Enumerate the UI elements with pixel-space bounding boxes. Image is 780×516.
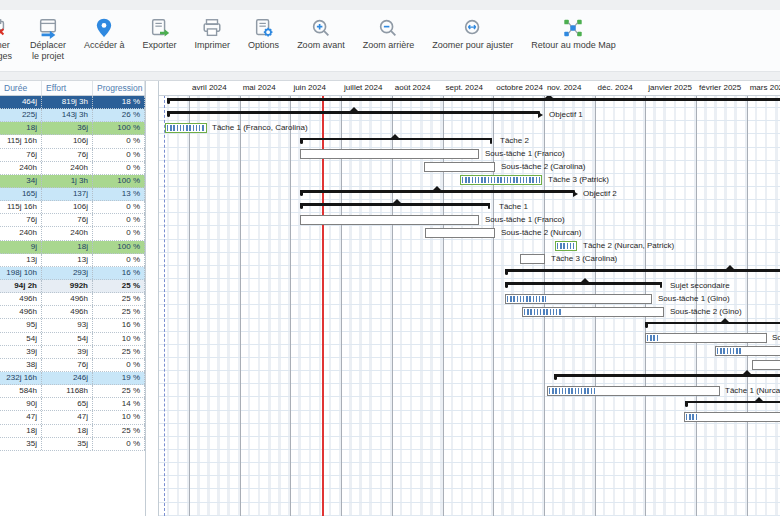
column-header-progression[interactable]: Progression bbox=[93, 81, 145, 95]
effort-cell: 496h bbox=[42, 293, 93, 305]
summary-end-hook bbox=[488, 203, 491, 209]
progress-fill bbox=[717, 348, 742, 354]
effort-cell: 93j bbox=[42, 319, 93, 331]
summary-start-hook bbox=[167, 111, 170, 117]
task-bar-row-10[interactable] bbox=[300, 215, 479, 225]
progression-cell: 16 % bbox=[93, 267, 145, 279]
print-button[interactable]: Imprimer bbox=[186, 16, 240, 51]
zoom-in-button[interactable]: Zoom avant bbox=[288, 16, 354, 51]
progression-cell: 25 % bbox=[93, 280, 145, 292]
duree-cell: 95j bbox=[0, 319, 42, 331]
bar-label-row-17: Sous-tâche 2 (Gino) bbox=[670, 306, 742, 318]
summary-bar-row-24[interactable] bbox=[685, 398, 780, 408]
zoom-fit-button[interactable]: Zoomer pour ajuster bbox=[423, 16, 522, 51]
table-row-8[interactable]: 165j137j13 % bbox=[0, 188, 145, 201]
options-button[interactable]: Options bbox=[239, 16, 288, 51]
table-row-7[interactable]: 34j1j 3h100 % bbox=[0, 175, 145, 188]
duree-cell: 115j 16h bbox=[0, 201, 42, 213]
summary-bar-row-22[interactable] bbox=[554, 372, 780, 382]
table-row-5[interactable]: 76j76j0 % bbox=[0, 149, 145, 162]
table-row-9[interactable]: 115j 16h106j0 % bbox=[0, 201, 145, 214]
task-bar-row-7[interactable] bbox=[460, 175, 542, 185]
duree-cell: 464j bbox=[0, 96, 42, 108]
table-row-26[interactable]: 18j18j25 % bbox=[0, 425, 145, 438]
summary-peak-icon bbox=[350, 107, 358, 111]
summary-bar-row-8[interactable] bbox=[300, 188, 575, 198]
table-row-20[interactable]: 39j39j25 % bbox=[0, 346, 145, 359]
table-row-14[interactable]: 198j 10h293j16 % bbox=[0, 267, 145, 280]
printer-icon bbox=[201, 17, 223, 39]
table-row-25[interactable]: 47j47j10 % bbox=[0, 411, 145, 424]
table-row-1[interactable]: 464j819j 3h18 % bbox=[0, 96, 145, 109]
export-button[interactable]: Exporter bbox=[134, 16, 186, 51]
effort-cell: 39j bbox=[42, 346, 93, 358]
go-to-button[interactable]: Accéder à bbox=[75, 16, 134, 51]
summary-bar-row-4[interactable] bbox=[300, 135, 492, 145]
bar-label-row-15: Sujet secondaire bbox=[670, 280, 730, 292]
table-row-2[interactable]: 225j143j 3h26 % bbox=[0, 109, 145, 122]
month-gridline bbox=[747, 81, 748, 516]
table-row-10[interactable]: 76j76j0 % bbox=[0, 214, 145, 227]
column-header-durée[interactable]: Durée bbox=[0, 81, 42, 95]
task-bar-row-5[interactable] bbox=[300, 149, 479, 159]
zoom-fit-icon bbox=[462, 17, 484, 39]
progress-fill bbox=[167, 125, 205, 131]
task-bar-row-21[interactable] bbox=[752, 360, 780, 370]
back-to-map-button[interactable]: Retour au mode Map bbox=[522, 16, 625, 51]
task-bar-row-17[interactable] bbox=[522, 307, 664, 317]
options-gear-icon bbox=[253, 17, 275, 39]
table-row-13[interactable]: 13j13j0 % bbox=[0, 254, 145, 267]
summary-bar-row-9[interactable] bbox=[300, 201, 490, 211]
task-bar-row-13[interactable] bbox=[520, 254, 545, 264]
table-chart-splitter[interactable] bbox=[146, 81, 159, 516]
duree-cell: 496h bbox=[0, 306, 42, 318]
summary-bar-row-18[interactable] bbox=[645, 319, 780, 329]
duree-cell: 18j bbox=[0, 122, 42, 134]
summary-bar-row-1[interactable] bbox=[167, 96, 780, 106]
table-row-22[interactable]: 232j 16h246j19 % bbox=[0, 372, 145, 385]
table-row-11[interactable]: 240h240h0 % bbox=[0, 227, 145, 240]
summary-bar-row-15[interactable] bbox=[505, 280, 662, 290]
table-row-17[interactable]: 496h496h25 % bbox=[0, 306, 145, 319]
table-row-21[interactable]: 38j76j0 % bbox=[0, 359, 145, 372]
table-row-27[interactable]: 35j35j0 % bbox=[0, 438, 145, 451]
table-row-12[interactable]: 9j18j100 % bbox=[0, 241, 145, 254]
column-header-effort[interactable]: Effort bbox=[42, 81, 93, 95]
table-row-16[interactable]: 496h496h25 % bbox=[0, 293, 145, 306]
summary-bar-row-14[interactable] bbox=[505, 267, 780, 277]
task-bar-row-25[interactable] bbox=[684, 412, 780, 422]
task-bar-row-11[interactable] bbox=[425, 228, 495, 238]
duree-cell: 9j bbox=[0, 241, 42, 253]
bar-label-row-23: Tâche 1 (Nurcan, bbox=[725, 385, 780, 397]
task-bar-row-19[interactable] bbox=[645, 333, 767, 343]
table-row-19[interactable]: 54j54j10 % bbox=[0, 333, 145, 346]
task-bar-row-23[interactable] bbox=[547, 386, 720, 396]
back-to-map-label: Retour au mode Map bbox=[531, 40, 616, 51]
summary-start-hook bbox=[505, 282, 508, 288]
table-row-3[interactable]: 18j36j100 % bbox=[0, 122, 145, 135]
summary-bar-row-2[interactable] bbox=[167, 109, 540, 119]
table-row-6[interactable]: 240h240h0 % bbox=[0, 162, 145, 175]
map-mode-icon bbox=[562, 17, 584, 39]
remove-margins-button[interactable]: primermarges bbox=[0, 16, 21, 61]
table-row-24[interactable]: 90j65j14 % bbox=[0, 398, 145, 411]
gantt-view-window: primermargesDéplacerle projetAccéder àEx… bbox=[0, 0, 780, 516]
duree-cell: 94j 2h bbox=[0, 280, 42, 292]
summary-line bbox=[167, 98, 780, 101]
bar-label-row-9: Tâche 1 bbox=[499, 201, 528, 213]
task-bar-row-12[interactable] bbox=[555, 241, 577, 251]
move-project-label: Déplacer bbox=[30, 40, 66, 51]
table-row-4[interactable]: 115j 16h106j0 % bbox=[0, 135, 145, 148]
table-row-23[interactable]: 584h1168h25 % bbox=[0, 385, 145, 398]
table-row-15[interactable]: 94j 2h992h25 % bbox=[0, 280, 145, 293]
move-project-button[interactable]: Déplacerle projet bbox=[21, 16, 75, 61]
effort-cell: 1j 3h bbox=[42, 175, 93, 187]
task-bar-row-20[interactable] bbox=[715, 346, 780, 356]
task-bar-row-3[interactable] bbox=[165, 123, 207, 133]
timeline-header: avril 2024mai 2024juin 2024juillet 2024a… bbox=[159, 81, 780, 96]
effort-cell: 54j bbox=[42, 333, 93, 345]
table-row-18[interactable]: 95j93j16 % bbox=[0, 319, 145, 332]
zoom-out-button[interactable]: Zoom arrière bbox=[354, 16, 424, 51]
task-bar-row-16[interactable] bbox=[505, 294, 652, 304]
task-bar-row-6[interactable] bbox=[424, 162, 495, 172]
